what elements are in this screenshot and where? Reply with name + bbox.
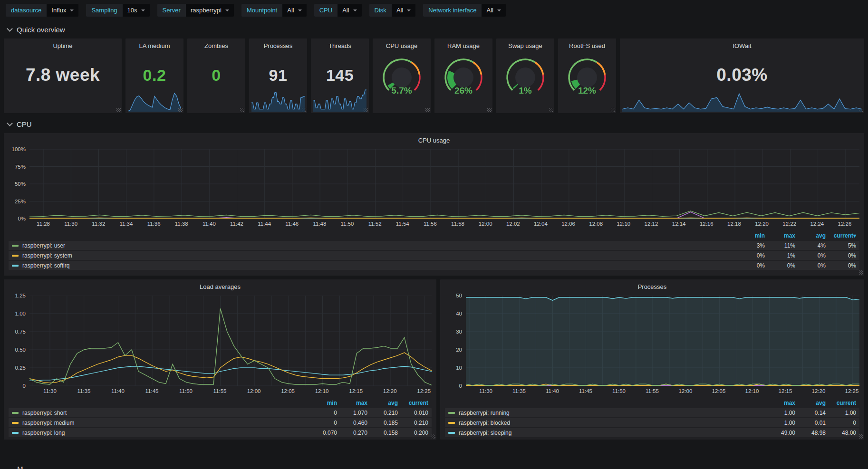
x-axis-label: 11:36 [147, 221, 161, 227]
legend-series-name: raspberrypi: blocked [459, 420, 510, 426]
legend-series-name: raspberrypi: user [22, 242, 65, 249]
stat-value: 91 [249, 66, 307, 84]
stat-panel-swap-usage: Swap usage1% [496, 38, 554, 113]
cpu-usage-panel-row: CPU usage100%75%50%25%0%11:2811:3011:321… [0, 133, 868, 276]
x-axis-label: 12:20 [812, 388, 826, 394]
sparkline [251, 86, 305, 112]
legend-series-label[interactable]: raspberrypi: blocked [448, 420, 765, 426]
legend-column-current[interactable]: current [826, 400, 856, 406]
legend-series-color-icon [12, 255, 19, 257]
legend-series-label[interactable]: raspberrypi: system [12, 252, 734, 259]
chart-canvas[interactable] [466, 296, 859, 386]
stat-panel-iowait: IOWait0.03% [620, 38, 864, 113]
row-header-partial[interactable]: M [17, 463, 23, 469]
panel-resize-handle[interactable] [487, 108, 492, 112]
legend-column-current[interactable]: current [398, 400, 428, 406]
variable-current-value: Influx [51, 7, 66, 14]
legend-series-label[interactable]: raspberrypi: running [448, 410, 765, 416]
panel-resize-handle[interactable] [549, 108, 553, 112]
panel-resize-handle[interactable] [178, 108, 183, 112]
sparkline [313, 86, 366, 112]
legend-value: 1.00 [826, 410, 856, 416]
panel-title: Zombies [187, 38, 245, 51]
legend-series-name: raspberrypi: sleeping [459, 430, 511, 436]
variable-value-dropdown[interactable]: All [338, 4, 361, 17]
legend-series-label[interactable]: raspberrypi: user [12, 242, 734, 249]
legend-column-min[interactable]: min [307, 400, 337, 406]
stat-value: 0.03% [620, 65, 864, 85]
chevron-down-icon [7, 26, 13, 32]
x-axis-label: 12:26 [838, 221, 852, 227]
panel-resize-handle[interactable] [859, 434, 863, 439]
stat-panel-la-medium: LA medium0.2 [125, 38, 183, 113]
panel-resize-handle[interactable] [859, 108, 863, 112]
panel-resize-handle[interactable] [425, 108, 430, 112]
x-axis-label: 11:45 [579, 388, 592, 394]
legend-column-max[interactable]: max [337, 400, 367, 406]
variable-current-value: All [287, 7, 294, 14]
plot-area: 100%75%50%25%0% [4, 145, 864, 219]
legend-series-name: raspberrypi: running [459, 410, 510, 416]
legend-series-label[interactable]: raspberrypi: sleeping [448, 430, 765, 436]
row-header-cpu[interactable]: CPU [0, 115, 868, 131]
legend-column-avg[interactable]: avg [795, 232, 826, 239]
panel-resize-handle[interactable] [611, 108, 615, 112]
x-axis-label: 12:15 [349, 388, 363, 394]
legend-column-avg[interactable]: avg [795, 400, 826, 406]
legend-series-color-icon [448, 412, 455, 414]
legend-value: 0 [826, 420, 856, 426]
variable-label: Network interface [423, 4, 482, 17]
panel-title: Swap usage [496, 38, 554, 51]
panel-resize-handle[interactable] [859, 270, 863, 275]
legend-series-label[interactable]: raspberrypi: long [12, 430, 307, 436]
x-axis: 11:2811:3011:3211:3411:3611:3811:4011:42… [29, 221, 858, 230]
variable-value-dropdown[interactable]: All [482, 4, 505, 17]
x-axis-label: 11:32 [92, 221, 105, 227]
y-axis-label: 1.25 [15, 293, 26, 298]
y-axis-label: 40 [456, 311, 462, 316]
variable-value-dropdown[interactable]: Influx [47, 4, 78, 17]
x-axis-label: 12:25 [845, 388, 859, 394]
x-axis-label: 12:10 [745, 388, 759, 394]
legend-row: raspberrypi: running1.000.141.00 [445, 408, 859, 417]
variable-control-disk: DiskAll [369, 4, 416, 17]
x-axis-label: 11:30 [479, 388, 492, 394]
graph-panel-cpu-usage: CPU usage100%75%50%25%0%11:2811:3011:321… [4, 133, 864, 276]
variable-value-dropdown[interactable]: All [282, 4, 306, 17]
legend-column-max[interactable]: max [765, 400, 795, 406]
legend-series-color-icon [12, 412, 19, 414]
legend-series-label[interactable]: raspberrypi: softirq [12, 262, 734, 269]
x-axis: 11:3011:3511:4011:4511:5011:5512:0012:05… [466, 388, 858, 397]
legend-value: 1.00 [765, 420, 795, 426]
row-header-quick-overview[interactable]: Quick overview [0, 20, 868, 37]
stat-panel-cpu-usage: CPU usage5.7% [373, 38, 431, 113]
legend-series-label[interactable]: raspberrypi: short [12, 410, 307, 416]
chart-canvas[interactable] [29, 149, 859, 219]
panel-resize-handle[interactable] [364, 108, 368, 112]
legend-column-avg[interactable]: avg [367, 400, 398, 406]
caret-down-icon [298, 10, 302, 11]
panel-resize-handle[interactable] [431, 434, 435, 439]
chart-canvas[interactable] [29, 296, 432, 386]
legend-series-label[interactable]: raspberrypi: medium [12, 420, 307, 426]
template-variables-toolbar: datasourceInfluxSampling10sServerraspber… [0, 0, 868, 20]
variable-value-dropdown[interactable]: All [392, 4, 415, 17]
legend-column-max[interactable]: max [765, 232, 795, 239]
legend-value: 11% [765, 242, 795, 249]
variable-current-value: 10s [127, 7, 137, 14]
variable-control-server: Serverraspberrypi [157, 4, 234, 17]
variable-value-dropdown[interactable]: 10s [123, 4, 150, 17]
legend-value: 48.00 [826, 430, 856, 436]
legend-row: raspberrypi: system0%1%0%0% [9, 251, 859, 260]
panel-resize-handle[interactable] [302, 108, 306, 112]
variable-value-dropdown[interactable]: raspberrypi [186, 4, 234, 17]
panel-resize-handle[interactable] [240, 108, 244, 112]
legend-column-current[interactable]: current▾ [826, 232, 856, 239]
panel-resize-handle[interactable] [116, 108, 121, 112]
x-axis-label: 11:52 [368, 221, 382, 227]
stat-panel-rootfs-used: RootFS used12% [558, 38, 616, 113]
y-axis-label: 10 [456, 365, 462, 371]
y-axis-label: 100% [12, 146, 26, 152]
legend-series-color-icon [12, 422, 19, 424]
legend-column-min[interactable]: min [734, 232, 765, 239]
